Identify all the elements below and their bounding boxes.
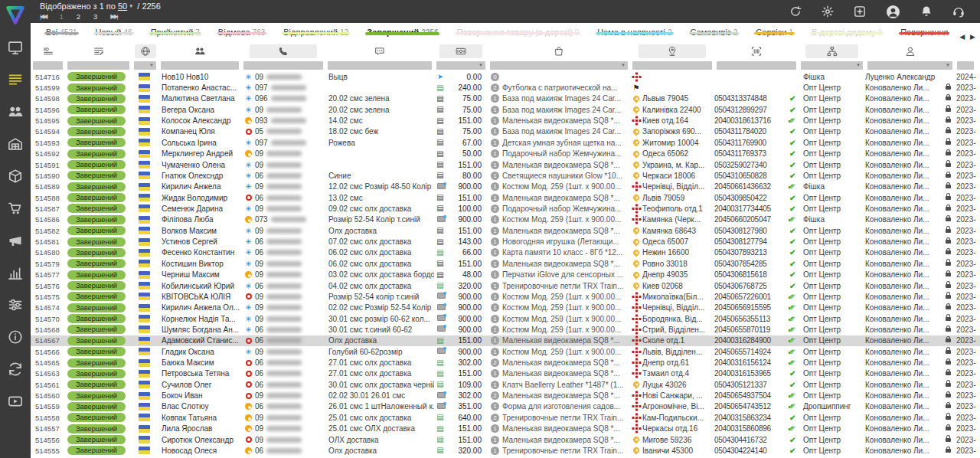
filter-input-status[interactable] — [67, 61, 129, 70]
filter-input-tracking[interactable] — [717, 61, 796, 70]
tab-6[interactable]: Завершений2256 — [365, 23, 439, 37]
sidebar-item-dashboard[interactable] — [7, 42, 24, 56]
tab-10[interactable]: Сервіси1 — [754, 23, 795, 37]
order-row[interactable]: 514563ЗавершенийПетровська Тетяна0627.01… — [31, 368, 980, 379]
filter-input-payment[interactable]: ▼ — [436, 61, 485, 70]
filter-input-date[interactable] — [957, 61, 974, 70]
tab-5[interactable]: Відправлений12 — [282, 23, 350, 37]
support-icon[interactable] — [952, 5, 965, 18]
sidebar-item-info[interactable] — [7, 332, 24, 345]
order-row[interactable]: 514591ЗавершенийЧумаченко Олена✳09▤151.0… — [31, 159, 980, 170]
filter-input-affiliate[interactable]: ▼ — [801, 61, 863, 70]
chevron-down-icon[interactable]: ▼ — [129, 4, 133, 8]
order-row[interactable]: 514565ЗавершенийБаюка Максим0627.01 смс … — [31, 357, 980, 368]
page-button-1[interactable]: 1 — [59, 12, 63, 21]
tab-1[interactable]: Всі4521 — [44, 23, 79, 37]
tab-4[interactable]: Відмова763 — [217, 23, 266, 37]
order-row[interactable]: 514568ЗавершенийШумляс Богдана Ан...✳063… — [31, 324, 980, 335]
order-row[interactable]: 514592ЗавершенийМерклингер Андрей09▤50.0… — [31, 149, 980, 159]
tabs-scroll-left-icon[interactable]: ◀ — [959, 33, 965, 41]
column-header-client[interactable] — [158, 43, 241, 60]
column-header-product[interactable] — [488, 43, 630, 60]
first-page-icon[interactable]: |◀◀ — [40, 13, 46, 20]
column-header-payment[interactable] — [434, 43, 488, 60]
sidebar-item-orders[interactable] — [7, 74, 24, 88]
sidebar-item-warehouse[interactable] — [7, 139, 24, 152]
refresh-icon[interactable] — [789, 5, 802, 18]
column-header-affiliate[interactable] — [799, 43, 865, 60]
tab-2[interactable]: Новый46 — [94, 23, 134, 37]
order-row[interactable]: 514598ЗавершенийМалютина Светлана✳09620.… — [31, 93, 980, 104]
filter-input-product[interactable]: ▼ — [490, 61, 628, 70]
order-row[interactable]: 514587ЗавершенийСеменюк Дарина✳0909.02 с… — [31, 203, 980, 214]
filter-input-id[interactable] — [33, 61, 63, 70]
tabs-scroll-right-icon[interactable]: ▶ — [970, 33, 975, 41]
order-row[interactable]: 514555ЗавершенийНовосад Олеся06Олх доста… — [31, 445, 980, 456]
order-row[interactable]: 514579ЗавершенийКостишин Виктор✳0906.02 … — [31, 258, 980, 269]
column-header-comment[interactable] — [325, 43, 434, 60]
order-row[interactable]: 514582ЗавершенийВолков Максим✳09Олх дост… — [31, 225, 980, 236]
filter-input-location[interactable] — [632, 61, 712, 70]
order-row[interactable]: 514558ЗавершенийКовпак Татьяна0925.01 см… — [31, 412, 980, 423]
filter-input-country[interactable]: ▼ — [134, 61, 156, 70]
tab-9[interactable]: Самовивіз2 — [689, 23, 740, 37]
tab-3[interactable]: Прийнятий7 — [149, 23, 201, 37]
filter-input-client[interactable] — [161, 61, 239, 70]
app-logo-icon[interactable] — [5, 4, 26, 28]
column-header-id[interactable] — [31, 43, 65, 60]
order-row[interactable]: 514556ЗавершенийСиротюк Олександр09ОЛХ д… — [31, 434, 980, 445]
order-row[interactable]: 514560ЗавершенийБокоч Иван0902.02 30.01 … — [31, 390, 980, 401]
sidebar-item-products[interactable] — [7, 171, 24, 185]
sidebar-item-statistics[interactable] — [7, 267, 24, 281]
tab-8[interactable]: Нема в наявності2 — [596, 23, 673, 37]
order-row[interactable]: 514590ЗавершенийГнатюк Олексндр✳06Синие▤… — [31, 170, 980, 181]
order-row[interactable]: 514589ЗавершенийКирилич Анжела✳0912.02 с… — [31, 182, 980, 192]
column-header-phone[interactable] — [241, 43, 325, 60]
sidebar-item-marketing[interactable] — [7, 235, 24, 249]
column-header-location[interactable] — [630, 43, 714, 60]
sidebar-item-video[interactable] — [7, 396, 24, 410]
order-row[interactable]: 514574ЗавершенийКирилич Анжела Ол...✳090… — [31, 303, 980, 313]
order-row[interactable]: 514557ЗавершенийЛила Ярослав0925.01 смс … — [31, 424, 980, 434]
order-row[interactable]: 514716ЗавершенийНов10 Нов10✳09Выцв➤0.000… — [31, 71, 980, 82]
order-row[interactable]: 514588ЗавершенийЖидак Володимир0613.02 с… — [31, 192, 980, 203]
last-page-icon[interactable]: ▶▶| — [110, 13, 116, 20]
order-row[interactable]: 514570ЗавершенийКорнелюк Надія Та...✳093… — [31, 313, 980, 324]
sidebar-item-partners[interactable] — [7, 364, 24, 378]
order-row[interactable]: 514595ЗавершенийКолосок Александр09314.0… — [31, 115, 980, 126]
per-page-select[interactable]: 50 — [118, 2, 127, 11]
notifications-icon[interactable] — [920, 5, 933, 18]
column-header-status[interactable] — [65, 43, 132, 60]
sidebar-item-dropshipping[interactable] — [7, 203, 24, 217]
order-row[interactable]: 514580ЗавершенийФесенко Константин✳0606.… — [31, 247, 980, 258]
order-row[interactable]: 514567ЗавершенийАдамовский Станис...06Ол… — [31, 335, 980, 346]
order-row[interactable]: 514594ЗавершенийКомпанец Юля0518.02 смс … — [31, 126, 980, 137]
order-row[interactable]: 514575ЗавершенийКВІТОВСЬКА ЮЛІЯ09Розмір … — [31, 291, 980, 302]
order-row[interactable]: 514577ЗавершенийЧерниш Максим0903.02 смс… — [31, 269, 980, 280]
tab-7[interactable]: Повернення товару (в дорозі)0 — [455, 23, 580, 37]
filter-input-comment[interactable] — [328, 61, 432, 70]
filter-input-manager[interactable]: ▼ — [867, 61, 952, 70]
page-button-2[interactable]: 2 — [77, 12, 80, 21]
column-header-tracking[interactable] — [714, 43, 799, 60]
add-icon[interactable] — [854, 5, 866, 18]
column-header-manager[interactable] — [865, 43, 955, 60]
order-row[interactable]: 514599ЗавершенийПотапенко Анастас...✳097… — [31, 82, 980, 93]
order-row[interactable]: 514576ЗавершенийКобилинський Юрий✳0604.0… — [31, 280, 980, 291]
settings-icon[interactable] — [822, 5, 834, 18]
order-row[interactable]: 514593ЗавершенийСольська Ірина✳097Рожева… — [31, 137, 980, 148]
tab-11[interactable]: В дорозі додому0 — [810, 23, 884, 37]
filter-input-phone[interactable] — [243, 61, 323, 70]
sidebar-item-settings[interactable] — [7, 299, 24, 313]
order-row[interactable]: 514586ЗавершенийФіліпова Люба073Розмір 5… — [31, 214, 980, 225]
order-row[interactable]: 514581ЗавершенийУстинов Сергей✳0607.02 с… — [31, 236, 980, 247]
account-icon[interactable] — [886, 5, 900, 19]
sidebar-item-clients[interactable] — [7, 106, 24, 120]
order-row[interactable]: 514559ЗавершенийВлас Слотюу0626.01 смс 1… — [31, 401, 980, 412]
ukraine-flag-icon — [139, 150, 150, 158]
column-header-country[interactable] — [132, 43, 158, 60]
page-button-3[interactable]: 3 — [93, 12, 97, 21]
order-row[interactable]: 514566ЗавершенийГладик Оксана✳09Голубий … — [31, 346, 980, 357]
order-row[interactable]: 514561ЗавершенийСучилов Олег0630.01 смс … — [31, 379, 980, 390]
order-row[interactable]: 514596ЗавершенийВегера Оксана✳0920.02 см… — [31, 104, 980, 115]
